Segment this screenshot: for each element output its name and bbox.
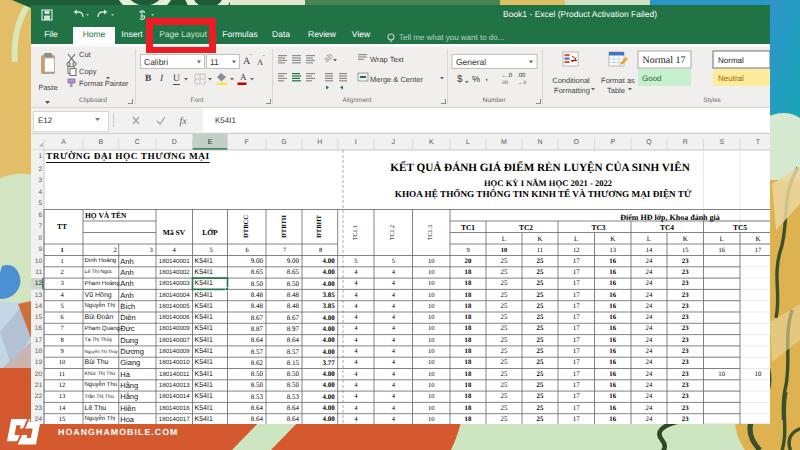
svg-text:25: 25 (537, 303, 544, 310)
svg-text:Format as: Format as (601, 76, 635, 85)
svg-text:Nguyễn Thu: Nguyễn Thu (85, 380, 118, 388)
svg-text:10: 10 (428, 258, 435, 265)
svg-text:5: 5 (392, 258, 395, 265)
svg-text:L: L (647, 235, 651, 243)
svg-text:17: 17 (573, 337, 580, 344)
svg-text:25: 25 (537, 359, 544, 366)
svg-text:Dung: Dung (120, 336, 138, 345)
svg-text:K54I1: K54I1 (195, 269, 213, 276)
svg-text:Giang: Giang (120, 358, 140, 367)
svg-text:Điểm HĐ lớp, Khoa đánh giá: Điểm HĐ lớp, Khoa đánh giá (620, 213, 720, 222)
svg-text:23: 23 (35, 405, 43, 412)
svg-text:ĐTBCC: ĐTBCC (243, 215, 250, 238)
svg-text:Lê Thu: Lê Thu (85, 404, 107, 412)
svg-text:25: 25 (501, 337, 508, 344)
svg-text:Tạ Thị Thùy: Tạ Thị Thùy (85, 337, 113, 343)
svg-text:25: 25 (537, 269, 544, 276)
svg-text:4.00: 4.00 (322, 381, 335, 389)
svg-text:Phạm Quang: Phạm Quang (85, 325, 120, 332)
svg-text:24: 24 (646, 382, 653, 389)
svg-text:18: 18 (465, 382, 472, 389)
svg-text:14: 14 (35, 303, 43, 310)
svg-text:1: 1 (60, 258, 63, 265)
svg-text:17: 17 (573, 314, 580, 321)
svg-text:K: K (610, 235, 615, 243)
svg-text:Good: Good (642, 74, 662, 83)
svg-text:24: 24 (646, 325, 653, 332)
svg-text:25: 25 (501, 382, 508, 389)
svg-text:180140009: 180140009 (159, 325, 191, 332)
svg-text:ˆ: ˆ (250, 54, 252, 60)
svg-text:I: I (355, 139, 357, 146)
svg-text:17: 17 (573, 393, 580, 400)
svg-text:17: 17 (35, 337, 43, 344)
svg-text:3.85: 3.85 (322, 302, 335, 310)
svg-text:4.00: 4.00 (322, 404, 335, 412)
svg-text:8.97: 8.97 (287, 325, 300, 333)
svg-text:U: U (173, 74, 180, 84)
svg-text:12: 12 (573, 247, 580, 254)
svg-text:K54I1: K54I1 (195, 359, 213, 366)
svg-text:4.00: 4.00 (322, 370, 335, 378)
svg-text:4.00: 4.00 (322, 314, 335, 322)
svg-text:K54I1: K54I1 (195, 382, 213, 389)
svg-text:Formatting: Formatting (554, 86, 590, 95)
svg-text:24: 24 (646, 393, 653, 400)
svg-text:10: 10 (59, 359, 66, 366)
svg-text:4.00: 4.00 (322, 336, 335, 344)
svg-text:23: 23 (682, 371, 689, 378)
svg-text:8: 8 (60, 337, 63, 344)
svg-text:17: 17 (573, 292, 580, 299)
svg-text:General: General (456, 57, 486, 67)
svg-text:17: 17 (573, 405, 580, 412)
svg-text:18: 18 (465, 348, 472, 355)
svg-text:23: 23 (682, 292, 689, 299)
svg-text:4.00: 4.00 (322, 268, 335, 276)
svg-text:23: 23 (682, 348, 689, 355)
svg-text:8.64: 8.64 (287, 404, 300, 412)
svg-text:Bùi Đoàn: Bùi Đoàn (85, 313, 114, 321)
svg-text:8.53: 8.53 (251, 393, 264, 401)
svg-text:25: 25 (537, 348, 544, 355)
svg-text:10: 10 (428, 416, 435, 423)
svg-text:Anh: Anh (120, 279, 133, 288)
svg-text:180140002: 180140002 (159, 269, 191, 276)
svg-text:9: 9 (60, 348, 63, 355)
svg-text:17: 17 (573, 382, 580, 389)
svg-text:180140007: 180140007 (159, 337, 191, 344)
svg-text:8.64: 8.64 (287, 336, 300, 344)
svg-text:B: B (145, 74, 152, 84)
svg-text:10: 10 (428, 280, 435, 287)
svg-text:Q: Q (646, 139, 652, 146)
svg-text:11: 11 (537, 247, 543, 254)
svg-text:A: A (240, 72, 247, 82)
svg-text:TC1.3: TC1.3 (428, 225, 434, 240)
svg-text:16: 16 (609, 269, 616, 276)
svg-text:4.00: 4.00 (322, 280, 335, 288)
svg-text:180140004: 180140004 (159, 292, 191, 299)
svg-text:3: 3 (38, 177, 42, 184)
svg-text:Wrap Text: Wrap Text (370, 55, 404, 64)
svg-text:3: 3 (149, 247, 152, 254)
svg-text:18: 18 (465, 393, 472, 400)
svg-text:18: 18 (465, 359, 472, 366)
svg-text:8.67: 8.67 (251, 314, 264, 322)
svg-text:17: 17 (573, 416, 580, 423)
svg-text:25: 25 (537, 314, 544, 321)
svg-text:8.65: 8.65 (287, 268, 300, 276)
svg-text:25: 25 (537, 280, 544, 287)
svg-text:25: 25 (501, 325, 508, 332)
svg-text:Calibri: Calibri (144, 57, 168, 67)
svg-text:R: R (683, 139, 688, 146)
svg-text:ˇ: ˇ (263, 55, 265, 61)
svg-text:10: 10 (428, 325, 435, 332)
svg-text:K54I1: K54I1 (195, 258, 213, 265)
svg-text:24: 24 (646, 314, 653, 321)
svg-text:23: 23 (682, 416, 689, 423)
svg-text:K54I1: K54I1 (195, 337, 213, 344)
svg-text:11: 11 (59, 371, 65, 378)
svg-text:←.0: ←.0 (501, 72, 513, 79)
svg-text:K54I1: K54I1 (195, 405, 213, 412)
svg-text:25: 25 (501, 348, 508, 355)
svg-text:4.00: 4.00 (322, 325, 335, 333)
